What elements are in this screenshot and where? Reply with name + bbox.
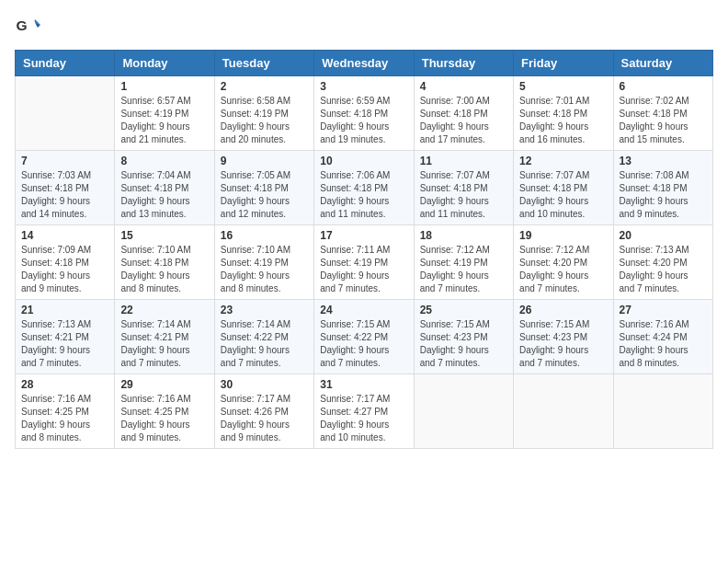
day-info: Sunrise: 7:07 AMSunset: 4:18 PMDaylight:… (420, 169, 507, 221)
day-number: 30 (221, 378, 308, 391)
weekday-header-sunday: Sunday (16, 51, 115, 76)
calendar-table: SundayMondayTuesdayWednesdayThursdayFrid… (15, 50, 713, 449)
day-number: 17 (320, 229, 407, 242)
calendar-cell: 28Sunrise: 7:16 AMSunset: 4:25 PMDayligh… (16, 374, 115, 449)
calendar-week-row: 7Sunrise: 7:03 AMSunset: 4:18 PMDaylight… (16, 151, 713, 225)
logo: G (15, 15, 42, 40)
day-number: 6 (620, 80, 707, 93)
day-number: 23 (221, 304, 308, 316)
day-number: 1 (120, 80, 208, 93)
calendar-cell: 7Sunrise: 7:03 AMSunset: 4:18 PMDaylight… (16, 151, 115, 225)
day-number: 20 (620, 229, 707, 242)
day-info: Sunrise: 7:14 AMSunset: 4:22 PMDaylight:… (221, 318, 308, 370)
day-number: 16 (221, 229, 308, 242)
day-number: 28 (21, 378, 108, 391)
calendar-cell: 4Sunrise: 7:00 AMSunset: 4:18 PMDaylight… (414, 76, 513, 151)
calendar-cell: 9Sunrise: 7:05 AMSunset: 4:18 PMDaylight… (214, 151, 313, 225)
day-info: Sunrise: 7:10 AMSunset: 4:19 PMDaylight:… (221, 244, 308, 295)
day-number: 11 (420, 155, 507, 167)
calendar-cell: 30Sunrise: 7:17 AMSunset: 4:26 PMDayligh… (214, 374, 313, 449)
day-info: Sunrise: 7:13 AMSunset: 4:21 PMDaylight:… (21, 318, 108, 370)
day-number: 10 (320, 155, 407, 167)
day-number: 24 (320, 304, 407, 316)
calendar-cell: 10Sunrise: 7:06 AMSunset: 4:18 PMDayligh… (314, 151, 414, 225)
day-info: Sunrise: 7:11 AMSunset: 4:19 PMDaylight:… (320, 244, 407, 295)
day-number: 31 (320, 378, 407, 391)
day-number: 18 (420, 229, 507, 242)
day-info: Sunrise: 7:04 AMSunset: 4:18 PMDaylight:… (120, 169, 208, 221)
day-info: Sunrise: 6:59 AMSunset: 4:18 PMDaylight:… (320, 95, 407, 146)
calendar-cell: 19Sunrise: 7:12 AMSunset: 4:20 PMDayligh… (514, 225, 613, 300)
day-info: Sunrise: 7:08 AMSunset: 4:18 PMDaylight:… (620, 169, 707, 221)
day-number: 4 (420, 80, 507, 93)
calendar-cell: 21Sunrise: 7:13 AMSunset: 4:21 PMDayligh… (16, 300, 115, 374)
day-number: 22 (120, 304, 208, 316)
day-info: Sunrise: 7:01 AMSunset: 4:18 PMDaylight:… (519, 95, 607, 146)
calendar-cell: 2Sunrise: 6:58 AMSunset: 4:19 PMDaylight… (214, 76, 313, 151)
calendar-cell: 8Sunrise: 7:04 AMSunset: 4:18 PMDaylight… (115, 151, 214, 225)
calendar-week-row: 21Sunrise: 7:13 AMSunset: 4:21 PMDayligh… (16, 300, 713, 374)
day-info: Sunrise: 7:14 AMSunset: 4:21 PMDaylight:… (120, 318, 208, 370)
calendar-cell: 18Sunrise: 7:12 AMSunset: 4:19 PMDayligh… (414, 225, 513, 300)
day-number: 26 (519, 304, 607, 316)
day-number: 9 (221, 155, 308, 167)
day-info: Sunrise: 6:58 AMSunset: 4:19 PMDaylight:… (221, 95, 308, 146)
calendar-cell: 1Sunrise: 6:57 AMSunset: 4:19 PMDaylight… (115, 76, 214, 151)
calendar-week-row: 28Sunrise: 7:16 AMSunset: 4:25 PMDayligh… (16, 374, 713, 449)
calendar-cell: 5Sunrise: 7:01 AMSunset: 4:18 PMDaylight… (514, 76, 613, 151)
calendar-cell: 12Sunrise: 7:07 AMSunset: 4:18 PMDayligh… (514, 151, 613, 225)
day-info: Sunrise: 7:17 AMSunset: 4:27 PMDaylight:… (320, 393, 407, 444)
day-number: 3 (320, 80, 407, 93)
calendar-week-row: 1Sunrise: 6:57 AMSunset: 4:19 PMDaylight… (16, 76, 713, 151)
weekday-header-thursday: Thursday (414, 51, 513, 76)
day-number: 27 (620, 304, 707, 316)
calendar-cell: 13Sunrise: 7:08 AMSunset: 4:18 PMDayligh… (613, 151, 712, 225)
day-number: 12 (519, 155, 607, 167)
day-info: Sunrise: 7:00 AMSunset: 4:18 PMDaylight:… (420, 95, 507, 146)
day-number: 14 (21, 229, 108, 242)
day-number: 13 (620, 155, 707, 167)
calendar-cell (613, 374, 712, 449)
day-info: Sunrise: 7:17 AMSunset: 4:26 PMDaylight:… (221, 393, 308, 444)
calendar-cell: 14Sunrise: 7:09 AMSunset: 4:18 PMDayligh… (16, 225, 115, 300)
day-number: 5 (519, 80, 607, 93)
day-info: Sunrise: 7:16 AMSunset: 4:25 PMDaylight:… (21, 393, 108, 444)
weekday-header-friday: Friday (514, 51, 613, 76)
weekday-header-saturday: Saturday (613, 51, 712, 76)
calendar-cell: 3Sunrise: 6:59 AMSunset: 4:18 PMDaylight… (314, 76, 414, 151)
weekday-header-monday: Monday (115, 51, 214, 76)
day-number: 8 (120, 155, 208, 167)
weekday-header-wednesday: Wednesday (314, 51, 414, 76)
calendar-cell: 20Sunrise: 7:13 AMSunset: 4:20 PMDayligh… (613, 225, 712, 300)
calendar-cell: 22Sunrise: 7:14 AMSunset: 4:21 PMDayligh… (115, 300, 214, 374)
day-number: 25 (420, 304, 507, 316)
day-info: Sunrise: 7:05 AMSunset: 4:18 PMDaylight:… (221, 169, 308, 221)
calendar-cell: 31Sunrise: 7:17 AMSunset: 4:27 PMDayligh… (314, 374, 414, 449)
day-info: Sunrise: 7:03 AMSunset: 4:18 PMDaylight:… (21, 169, 108, 221)
header: G (15, 15, 713, 40)
day-info: Sunrise: 7:15 AMSunset: 4:23 PMDaylight:… (420, 318, 507, 370)
day-number: 7 (21, 155, 108, 167)
calendar-cell: 26Sunrise: 7:15 AMSunset: 4:23 PMDayligh… (514, 300, 613, 374)
day-info: Sunrise: 7:15 AMSunset: 4:22 PMDaylight:… (320, 318, 407, 370)
day-info: Sunrise: 7:12 AMSunset: 4:19 PMDaylight:… (420, 244, 507, 295)
calendar-cell (514, 374, 613, 449)
day-number: 19 (519, 229, 607, 242)
calendar-week-row: 14Sunrise: 7:09 AMSunset: 4:18 PMDayligh… (16, 225, 713, 300)
day-number: 2 (221, 80, 308, 93)
calendar-cell: 27Sunrise: 7:16 AMSunset: 4:24 PMDayligh… (613, 300, 712, 374)
calendar-cell (16, 76, 115, 151)
calendar-cell: 11Sunrise: 7:07 AMSunset: 4:18 PMDayligh… (414, 151, 513, 225)
weekday-header-tuesday: Tuesday (214, 51, 313, 76)
day-number: 29 (120, 378, 208, 391)
day-info: Sunrise: 7:16 AMSunset: 4:24 PMDaylight:… (620, 318, 707, 370)
calendar-cell: 16Sunrise: 7:10 AMSunset: 4:19 PMDayligh… (214, 225, 313, 300)
calendar-cell: 29Sunrise: 7:16 AMSunset: 4:25 PMDayligh… (115, 374, 214, 449)
day-number: 21 (21, 304, 108, 316)
calendar-cell (414, 374, 513, 449)
day-info: Sunrise: 7:16 AMSunset: 4:25 PMDaylight:… (120, 393, 208, 444)
calendar-cell: 23Sunrise: 7:14 AMSunset: 4:22 PMDayligh… (214, 300, 313, 374)
day-info: Sunrise: 7:02 AMSunset: 4:18 PMDaylight:… (620, 95, 707, 146)
weekday-header-row: SundayMondayTuesdayWednesdayThursdayFrid… (16, 51, 713, 76)
calendar-cell: 24Sunrise: 7:15 AMSunset: 4:22 PMDayligh… (314, 300, 414, 374)
